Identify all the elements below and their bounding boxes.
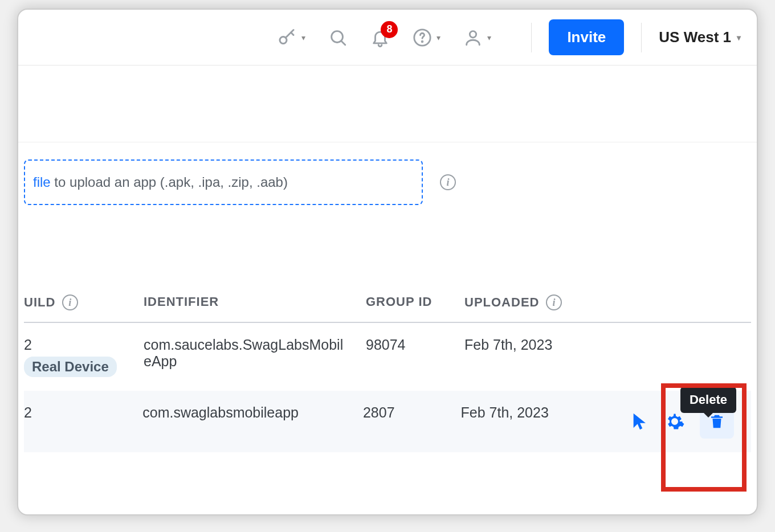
apps-table: UILD i IDENTIFIER GROUP ID UPLOADED i 2 … — [24, 294, 751, 452]
region-selector[interactable]: US West 1 ▾ — [659, 28, 741, 46]
search-button[interactable] — [328, 28, 348, 47]
account-menu[interactable]: ▾ — [463, 28, 491, 47]
info-icon[interactable]: i — [62, 294, 78, 310]
section-gap — [18, 66, 757, 142]
user-icon — [463, 28, 483, 47]
divider — [531, 23, 532, 52]
identifier-cell: com.saucelabs.SwagLabsMobileApp — [144, 337, 366, 370]
help-icon — [413, 28, 432, 47]
build-number: 2 — [24, 337, 144, 353]
group-id-cell: 2807 — [363, 404, 461, 421]
search-icon — [328, 28, 348, 47]
upload-hint: to upload an app (.apk, .ipa, .zip, .aab… — [51, 174, 288, 190]
info-icon[interactable]: i — [440, 174, 456, 190]
upload-dropzone[interactable]: file to upload an app (.apk, .ipa, .zip,… — [24, 159, 423, 205]
chevron-down-icon: ▾ — [301, 33, 305, 42]
key-icon — [276, 27, 297, 48]
invite-button[interactable]: Invite — [549, 19, 624, 55]
svg-point-5 — [470, 31, 476, 37]
region-label: US West 1 — [659, 28, 731, 46]
col-uploaded: UPLOADED — [464, 295, 539, 310]
col-build: UILD — [24, 295, 55, 310]
svg-point-4 — [422, 41, 423, 42]
uploaded-cell: Feb 7th, 2023 — [464, 337, 635, 353]
header-bar: ▾ 8 ▾ ▾ Invite US West 1 ▾ — [18, 10, 757, 66]
chevron-down-icon: ▾ — [737, 33, 741, 42]
table-row[interactable]: 2 com.swaglabsmobileapp 2807 Feb 7th, 20… — [24, 391, 751, 452]
chevron-down-icon: ▾ — [487, 33, 491, 42]
info-icon[interactable]: i — [546, 294, 562, 310]
uploaded-cell: Feb 7th, 2023 — [461, 404, 630, 421]
upload-link[interactable]: file — [33, 174, 51, 190]
divider — [641, 23, 642, 52]
key-menu[interactable]: ▾ — [276, 27, 305, 48]
svg-line-2 — [341, 40, 345, 44]
delete-tooltip: Delete — [680, 387, 736, 413]
header-icons: ▾ 8 ▾ ▾ — [276, 27, 491, 48]
device-badge: Real Device — [24, 357, 117, 377]
notifications-button[interactable]: 8 — [370, 28, 390, 47]
help-menu[interactable]: ▾ — [413, 28, 440, 47]
app-window: ▾ 8 ▾ ▾ Invite US West 1 ▾ — [17, 9, 758, 515]
identifier-cell: com.swaglabsmobileapp — [142, 404, 363, 421]
table-header: UILD i IDENTIFIER GROUP ID UPLOADED i — [24, 294, 751, 323]
build-number: 2 — [24, 404, 142, 421]
cursor-icon[interactable] — [630, 412, 650, 431]
chevron-down-icon: ▾ — [437, 33, 440, 42]
notification-badge: 8 — [381, 21, 398, 38]
col-identifier: IDENTIFIER — [144, 294, 219, 309]
col-group-id: GROUP ID — [366, 294, 432, 309]
upload-area: file to upload an app (.apk, .ipa, .zip,… — [18, 142, 757, 205]
gear-icon[interactable] — [664, 411, 685, 432]
table-row[interactable]: 2 Real Device com.saucelabs.SwagLabsMobi… — [24, 323, 751, 391]
group-id-cell: 98074 — [366, 337, 464, 353]
